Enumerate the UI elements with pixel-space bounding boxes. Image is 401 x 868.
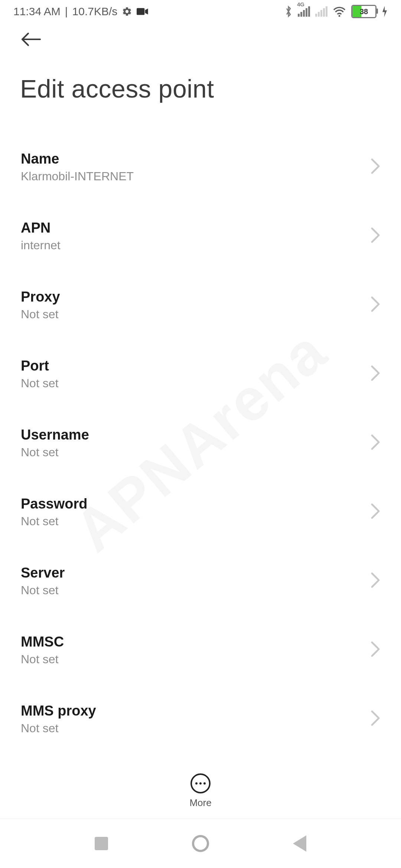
field-value: Not set xyxy=(21,377,363,390)
field-label: MMSC xyxy=(21,634,363,651)
chevron-right-icon xyxy=(371,227,380,245)
back-button[interactable] xyxy=(20,32,42,54)
chevron-right-icon xyxy=(371,503,380,521)
field-label: MMS proxy xyxy=(21,703,363,720)
field-server[interactable]: Server Not set xyxy=(0,547,401,616)
field-label: Password xyxy=(21,496,363,513)
chevron-right-icon xyxy=(371,296,380,314)
chevron-right-icon xyxy=(371,572,380,590)
chevron-right-icon xyxy=(371,365,380,383)
field-label: Name xyxy=(21,151,363,168)
field-label: Username xyxy=(21,427,363,444)
more-icon xyxy=(190,773,211,793)
bottom-action-bar: More xyxy=(0,765,401,809)
field-password[interactable]: Password Not set xyxy=(0,478,401,547)
field-value: Not set xyxy=(21,652,363,666)
status-separator: | xyxy=(65,5,68,18)
camera-icon xyxy=(137,7,149,16)
field-value: internet xyxy=(21,239,363,252)
field-value: Not set xyxy=(21,583,363,597)
field-username[interactable]: Username Not set xyxy=(0,409,401,478)
page-header: Edit access point xyxy=(0,23,401,103)
field-mms-proxy[interactable]: MMS proxy Not set xyxy=(0,685,401,754)
signal-sim2-icon xyxy=(315,6,327,17)
chevron-right-icon xyxy=(371,710,380,728)
chevron-right-icon xyxy=(371,434,380,452)
nav-recent-button[interactable] xyxy=(93,835,110,852)
status-bar: 11:34 AM | 10.7KB/s 4G 38 xyxy=(0,0,401,23)
field-mmsc[interactable]: MMSC Not set xyxy=(0,616,401,685)
apn-fields-list: Name Klarmobil-INTERNET APN internet Pro… xyxy=(0,133,401,754)
page-title: Edit access point xyxy=(20,74,381,103)
charging-icon xyxy=(382,6,388,17)
chevron-right-icon xyxy=(371,158,380,176)
field-value: Not set xyxy=(21,514,363,528)
svg-point-1 xyxy=(339,15,340,17)
field-label: Server xyxy=(21,565,363,582)
field-label: APN xyxy=(21,220,363,237)
nav-home-button[interactable] xyxy=(192,835,209,852)
field-value: Not set xyxy=(21,445,363,459)
settings-icon xyxy=(122,6,132,17)
battery-indicator: 38 xyxy=(351,5,376,18)
system-nav-bar xyxy=(0,819,401,868)
status-time: 11:34 AM xyxy=(13,5,61,18)
chevron-right-icon xyxy=(371,641,380,659)
svg-rect-0 xyxy=(137,8,144,15)
more-button[interactable]: More xyxy=(189,773,211,809)
field-port[interactable]: Port Not set xyxy=(0,340,401,409)
field-label: Port xyxy=(21,358,363,375)
field-apn[interactable]: APN internet xyxy=(0,202,401,271)
field-name[interactable]: Name Klarmobil-INTERNET xyxy=(0,133,401,202)
field-value: Not set xyxy=(21,721,363,735)
field-value: Klarmobil-INTERNET xyxy=(21,170,363,183)
wifi-icon xyxy=(333,6,346,17)
bluetooth-icon xyxy=(284,6,293,17)
more-label: More xyxy=(189,797,211,809)
signal-sim1-icon: 4G xyxy=(298,6,310,17)
status-net-speed: 10.7KB/s xyxy=(72,5,118,18)
field-proxy[interactable]: Proxy Not set xyxy=(0,271,401,340)
field-value: Not set xyxy=(21,308,363,321)
nav-back-button[interactable] xyxy=(291,835,308,852)
field-label: Proxy xyxy=(21,289,363,306)
